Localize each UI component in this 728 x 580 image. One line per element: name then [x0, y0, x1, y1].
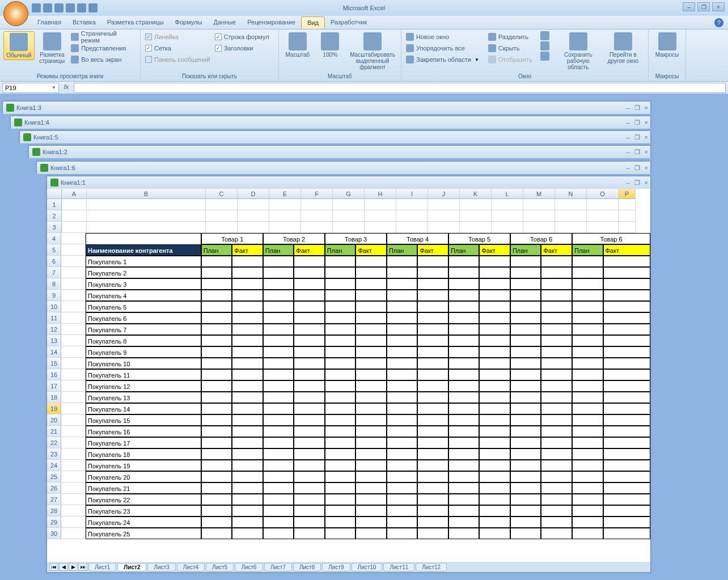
cell[interactable] — [325, 324, 356, 335]
cell[interactable] — [396, 222, 428, 233]
cell[interactable] — [387, 278, 418, 290]
row-header[interactable]: 29 — [47, 517, 61, 528]
cell[interactable] — [355, 471, 387, 482]
cell[interactable] — [572, 290, 603, 301]
cell[interactable]: Товар 3 — [325, 233, 387, 244]
cell[interactable] — [479, 335, 510, 346]
cell[interactable] — [603, 517, 651, 528]
cell[interactable]: Покупатель 20 — [86, 471, 201, 482]
cell[interactable] — [448, 460, 480, 471]
cell[interactable] — [510, 426, 541, 437]
cell[interactable] — [201, 267, 232, 278]
row-header[interactable]: 5 — [47, 244, 61, 256]
cell[interactable] — [541, 460, 572, 471]
view-pagelayout-button[interactable]: Разметка страницы — [37, 31, 68, 65]
row-header[interactable]: 28 — [47, 505, 61, 517]
sheet-nav-button[interactable]: ⏭ — [78, 563, 87, 571]
cell[interactable] — [387, 528, 418, 539]
cell[interactable] — [206, 222, 238, 233]
cell[interactable] — [325, 460, 356, 471]
cell[interactable] — [325, 392, 356, 403]
cell[interactable] — [62, 199, 87, 210]
cell[interactable] — [294, 301, 325, 312]
sheet-tab[interactable]: Лист6 — [235, 563, 263, 571]
cell[interactable] — [325, 312, 356, 324]
cell[interactable] — [232, 290, 263, 301]
cell[interactable] — [232, 448, 263, 460]
cell[interactable] — [603, 426, 651, 437]
cell[interactable] — [201, 437, 232, 448]
cell[interactable] — [448, 505, 480, 517]
cell[interactable] — [201, 426, 232, 437]
cell[interactable] — [603, 528, 651, 539]
sheet-tab[interactable]: Лист4 — [177, 563, 205, 571]
cell[interactable]: Факт — [294, 244, 325, 256]
cell[interactable] — [387, 426, 418, 437]
cell[interactable] — [301, 210, 333, 222]
row-header[interactable]: 3 — [47, 222, 62, 233]
cell[interactable] — [238, 199, 269, 210]
cell[interactable] — [541, 324, 572, 335]
cell[interactable] — [541, 358, 572, 369]
close-button[interactable]: × — [645, 164, 648, 172]
cell[interactable] — [294, 369, 325, 380]
cell[interactable] — [387, 256, 418, 267]
cell[interactable] — [333, 222, 365, 233]
close-button[interactable]: × — [645, 149, 648, 156]
ribbon-tab-5[interactable]: Рецензирование — [242, 16, 301, 28]
cell[interactable]: Факт — [355, 244, 387, 256]
cell[interactable] — [61, 460, 86, 471]
cell[interactable] — [201, 335, 232, 346]
cell[interactable] — [572, 312, 603, 324]
cell[interactable] — [355, 346, 387, 358]
cell[interactable]: Покупатель 23 — [86, 505, 201, 517]
cell[interactable] — [355, 324, 387, 335]
cell[interactable]: План — [510, 244, 541, 256]
cell[interactable] — [263, 256, 294, 267]
cell[interactable] — [448, 335, 480, 346]
column-header[interactable]: E — [269, 189, 301, 199]
cell[interactable] — [603, 346, 651, 358]
cell[interactable]: Покупатель 5 — [86, 301, 201, 312]
row-header[interactable]: 16 — [47, 369, 61, 380]
cell[interactable] — [479, 482, 510, 494]
office-button[interactable] — [3, 1, 28, 26]
cell[interactable] — [325, 346, 356, 358]
cell[interactable] — [555, 199, 587, 210]
cell[interactable] — [387, 517, 418, 528]
row-header[interactable]: 23 — [47, 448, 61, 460]
cell[interactable] — [572, 267, 603, 278]
cell[interactable] — [333, 210, 365, 222]
sync-icon[interactable] — [540, 41, 549, 50]
cell[interactable] — [232, 471, 263, 482]
redo-icon[interactable] — [54, 3, 64, 12]
workbook-window[interactable]: Книга1:3–❐× — [2, 101, 651, 113]
cell[interactable] — [387, 482, 418, 494]
cell[interactable] — [294, 290, 325, 301]
row-header[interactable]: 18 — [47, 392, 61, 403]
cell[interactable] — [238, 222, 269, 233]
cell[interactable] — [263, 448, 294, 460]
cell[interactable] — [232, 358, 263, 369]
cell[interactable] — [61, 482, 86, 494]
cell[interactable]: Покупатель 9 — [86, 346, 201, 358]
cell[interactable] — [294, 437, 325, 448]
cell[interactable] — [206, 210, 238, 222]
cell[interactable] — [572, 403, 603, 414]
cell[interactable] — [541, 380, 572, 392]
cell[interactable] — [355, 358, 387, 369]
restore-button[interactable]: ❐ — [697, 2, 710, 11]
row-header[interactable]: 27 — [47, 494, 61, 505]
cell[interactable] — [201, 403, 232, 414]
cell[interactable] — [541, 290, 572, 301]
cell[interactable] — [510, 471, 541, 482]
cell[interactable] — [355, 505, 387, 517]
cell[interactable] — [263, 369, 294, 380]
sheet-tab[interactable]: Лист7 — [264, 563, 292, 571]
cell[interactable] — [555, 210, 587, 222]
cell[interactable] — [387, 437, 418, 448]
cell[interactable] — [325, 414, 356, 426]
ribbon-tab-6[interactable]: Вид — [301, 16, 325, 28]
cell[interactable] — [541, 494, 572, 505]
cell[interactable] — [479, 448, 510, 460]
